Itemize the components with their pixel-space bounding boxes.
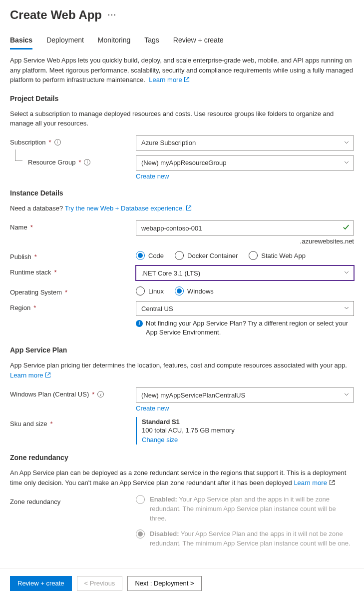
- footer-bar: Review + create < Previous Next : Deploy…: [0, 568, 364, 598]
- external-link-icon: [45, 371, 51, 381]
- region-label: Region: [10, 304, 30, 312]
- sku-block: Standard S1 100 total ACU, 1.75 GB memor…: [136, 417, 354, 444]
- plan-select[interactable]: (New) myAppServicePlanCentralUS: [136, 388, 354, 402]
- review-create-button[interactable]: Review + create: [10, 576, 72, 591]
- tab-bar: Basics Deployment Monitoring Tags Review…: [10, 36, 354, 50]
- sku-title: Standard S1: [142, 418, 354, 426]
- valid-check-icon: [343, 224, 350, 232]
- os-radio-windows[interactable]: Windows: [175, 286, 214, 296]
- runtime-label: Runtime stack: [10, 268, 51, 276]
- info-icon[interactable]: i: [84, 159, 90, 166]
- create-new-rg-link[interactable]: Create new: [136, 172, 169, 180]
- instance-details-heading: Instance Details: [10, 189, 354, 197]
- tab-tags[interactable]: Tags: [144, 36, 159, 50]
- asp-heading: App Service Plan: [10, 346, 354, 354]
- subscription-label: Subscription: [10, 138, 46, 146]
- os-radio-linux[interactable]: Linux: [136, 286, 164, 296]
- zr-radio-enabled: [136, 495, 145, 504]
- region-hint: Not finding your App Service Plan? Try a…: [146, 319, 354, 337]
- tab-review-create[interactable]: Review + create: [173, 36, 224, 50]
- next-button[interactable]: Next : Deployment >: [127, 576, 201, 591]
- asp-sub: App Service plan pricing tier determines…: [10, 360, 354, 380]
- external-link-icon: [186, 204, 192, 214]
- radio-icon: [136, 530, 145, 538]
- radio-icon: [136, 251, 145, 260]
- chevron-down-icon: [344, 392, 350, 399]
- region-select[interactable]: Central US: [136, 301, 354, 316]
- name-label: Name: [10, 224, 27, 231]
- zr-radio-disabled: [136, 530, 145, 538]
- info-icon: i: [136, 320, 143, 327]
- previous-button: < Previous: [77, 576, 123, 591]
- asp-learn-more-link[interactable]: Learn more: [10, 372, 51, 379]
- zr-sub: An App Service plan can be deployed as a…: [10, 468, 354, 488]
- radio-icon: [136, 286, 145, 296]
- chevron-down-icon: [344, 159, 350, 166]
- zr-disabled-text: Disabled: Your App Service Plan and the …: [150, 530, 354, 548]
- chevron-down-icon: [344, 305, 350, 312]
- subscription-select[interactable]: Azure Subscription: [136, 136, 354, 150]
- change-size-link[interactable]: Change size: [142, 436, 178, 444]
- resource-group-select[interactable]: (New) myAppResourceGroup: [136, 156, 354, 170]
- domain-suffix: .azurewebsites.net: [136, 238, 354, 245]
- publish-radio-docker[interactable]: Docker Container: [175, 251, 238, 260]
- publish-radio-static[interactable]: Static Web App: [249, 251, 306, 260]
- intro-text: App Service Web Apps lets you quickly bu…: [10, 56, 354, 86]
- intro-learn-more-link[interactable]: Learn more: [149, 76, 190, 84]
- resource-group-label: Resource Group: [28, 158, 75, 166]
- plan-label: Windows Plan (Central US): [10, 390, 89, 398]
- zr-heading: Zone redundancy: [10, 454, 354, 462]
- sku-meta: 100 total ACU, 1.75 GB memory: [142, 426, 354, 434]
- project-details-heading: Project Details: [10, 94, 354, 102]
- external-link-icon: [329, 478, 335, 488]
- zr-enabled-text: Enabled: Your App Service plan and the a…: [150, 495, 354, 524]
- tab-monitoring[interactable]: Monitoring: [98, 36, 130, 50]
- db-experience-link[interactable]: Try the new Web + Database experience.: [65, 204, 192, 212]
- project-details-sub: Select a subscription to manage deployed…: [10, 109, 354, 128]
- chevron-down-icon: [344, 139, 350, 146]
- sku-label: Sku and size: [10, 420, 47, 428]
- chevron-down-icon: [344, 270, 350, 277]
- more-actions-icon[interactable]: ···: [108, 11, 117, 19]
- os-label: Operating System: [10, 288, 62, 296]
- page-title: Create Web App: [10, 8, 102, 22]
- radio-icon: [136, 495, 145, 504]
- info-icon[interactable]: i: [54, 139, 61, 146]
- runtime-select[interactable]: .NET Core 3.1 (LTS): [136, 266, 354, 280]
- radio-icon: [175, 251, 184, 260]
- external-link-icon: [184, 76, 190, 86]
- info-icon[interactable]: i: [97, 391, 104, 398]
- radio-icon: [249, 251, 258, 260]
- name-input[interactable]: webapp-contoso-001: [136, 220, 354, 236]
- publish-label: Publish: [10, 253, 31, 260]
- radio-icon: [175, 286, 184, 296]
- create-new-plan-link[interactable]: Create new: [136, 404, 169, 412]
- publish-radio-code[interactable]: Code: [136, 251, 164, 260]
- db-prompt: Need a database? Try the new Web + Datab…: [10, 204, 354, 214]
- zr-label: Zone redundancy: [10, 498, 60, 506]
- tab-deployment[interactable]: Deployment: [46, 36, 84, 50]
- tab-basics[interactable]: Basics: [10, 36, 32, 50]
- zr-learn-more-link[interactable]: Learn more: [294, 479, 335, 486]
